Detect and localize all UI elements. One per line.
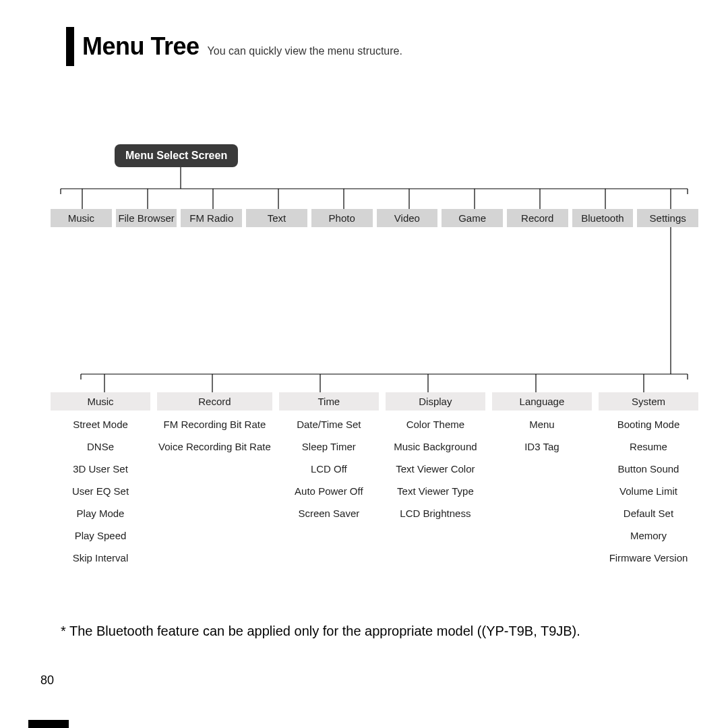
col-head: Display <box>386 392 485 411</box>
col-display: Display Color Theme Music Background Tex… <box>386 392 485 566</box>
col-language: Language Menu ID3 Tag <box>492 392 592 566</box>
col-item: ID3 Tag <box>492 438 592 455</box>
col-item: Play Speed <box>51 527 150 544</box>
page-header: Menu Tree You can quickly view the menu … <box>82 32 402 61</box>
col-item: Music Background <box>386 438 485 455</box>
col-item: Resume <box>599 438 698 455</box>
col-item: Menu <box>492 416 592 433</box>
col-item: User EQ Set <box>51 483 150 499</box>
col-item: Color Theme <box>386 416 485 433</box>
col-item: LCD Off <box>279 460 379 477</box>
col-item: 3D User Set <box>51 460 150 477</box>
menu-item-music: Music <box>51 209 112 227</box>
col-item: DNSe <box>51 438 150 455</box>
col-item: Volume Limit <box>599 483 698 499</box>
col-record: Record FM Recording Bit Rate Voice Recor… <box>157 392 272 566</box>
menu-item-game: Game <box>442 209 503 227</box>
col-head: Time <box>279 392 379 411</box>
col-head: System <box>599 392 698 411</box>
col-item: Date/Time Set <box>279 416 379 433</box>
section-side-bar <box>66 27 74 66</box>
col-item: LCD Brightness <box>386 505 485 522</box>
menu-root-node: Menu Select Screen <box>115 144 238 167</box>
col-system: System Booting Mode Resume Button Sound … <box>599 392 698 566</box>
col-item: Text Viewer Type <box>386 483 485 499</box>
settings-columns: Music Street Mode DNSe 3D User Set User … <box>51 392 698 566</box>
col-item: Sleep Timer <box>279 438 379 455</box>
col-head: Music <box>51 392 150 411</box>
menu-item-text: Text <box>246 209 307 227</box>
col-item: Street Mode <box>51 416 150 433</box>
page-subtitle: You can quickly view the menu structure. <box>208 45 402 57</box>
col-time: Time Date/Time Set Sleep Timer LCD Off A… <box>279 392 379 566</box>
col-item: Play Mode <box>51 505 150 522</box>
col-item: Skip Interval <box>51 549 150 566</box>
col-item: Booting Mode <box>599 416 698 433</box>
col-item: Button Sound <box>599 460 698 477</box>
col-music: Music Street Mode DNSe 3D User Set User … <box>51 392 150 566</box>
col-item: Auto Power Off <box>279 483 379 499</box>
menu-item-video: Video <box>377 209 438 227</box>
tree-connectors <box>0 0 728 728</box>
col-item: Voice Recording Bit Rate <box>157 438 272 455</box>
menu-item-record: Record <box>507 209 568 227</box>
col-item: Screen Saver <box>279 505 379 522</box>
col-item: Firmware Version <box>599 549 698 566</box>
menu-item-fm-radio: FM Radio <box>181 209 242 227</box>
col-item: Default Set <box>599 505 698 522</box>
page-number: 80 <box>40 673 54 688</box>
bottom-decor-bar <box>28 720 69 728</box>
top-menu-row: Music File Browser FM Radio Text Photo V… <box>51 209 698 227</box>
menu-item-file-browser: File Browser <box>116 209 177 227</box>
col-item: Memory <box>599 527 698 544</box>
menu-item-bluetooth: Bluetooth <box>572 209 634 227</box>
col-head: Language <box>492 392 592 411</box>
col-item: Text Viewer Color <box>386 460 485 477</box>
menu-item-settings: Settings <box>637 209 698 227</box>
col-item: FM Recording Bit Rate <box>157 416 272 433</box>
col-head: Record <box>157 392 272 411</box>
footnote: * The Bluetooth feature can be applied o… <box>61 624 580 639</box>
page-title: Menu Tree <box>82 32 200 61</box>
menu-item-photo: Photo <box>311 209 373 227</box>
